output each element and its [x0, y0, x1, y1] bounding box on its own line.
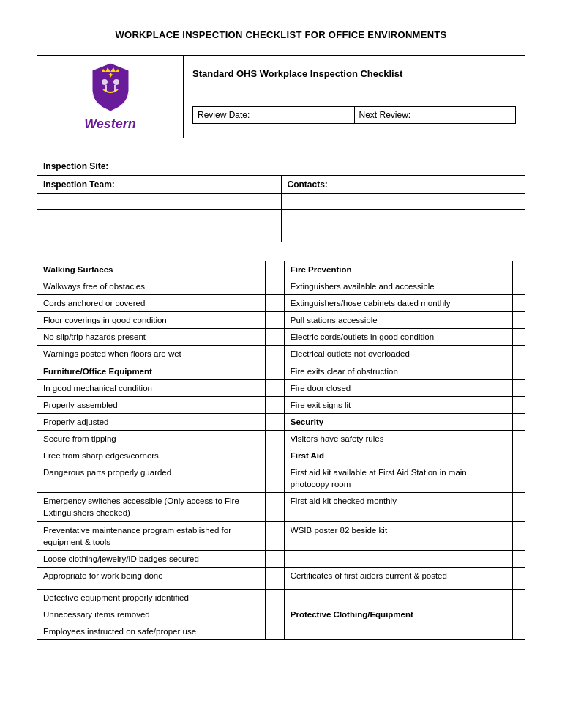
check-cell — [512, 278, 525, 295]
item-cell: First aid kit available at First Aid Sta… — [284, 464, 512, 493]
check-cell — [512, 521, 525, 550]
item-cell — [284, 584, 512, 589]
check-cell — [512, 329, 525, 346]
check-cell — [265, 430, 284, 447]
item-cell: Cords anchored or covered — [37, 295, 266, 312]
team-row-1-right — [281, 194, 525, 210]
check-cell — [265, 584, 284, 589]
table-row: Employees instructed on safe/proper use — [37, 623, 525, 640]
item-cell: Fire exit signs lit — [284, 396, 512, 413]
check-cell — [265, 396, 284, 413]
item-cell: Secure from tipping — [37, 430, 266, 447]
item-cell: Free from sharp edges/corners — [37, 447, 266, 464]
table-row: Defective equipment properly identified — [37, 589, 525, 606]
table-row: Appropriate for work being done Certific… — [37, 567, 525, 584]
table-row: Furniture/Office Equipment Fire exits cl… — [37, 363, 525, 379]
table-row: Walkways free of obstacles Extinguishers… — [37, 278, 525, 295]
check-cell — [512, 363, 525, 379]
checklist-title: Standard OHS Workplace Inspection Checkl… — [184, 56, 525, 92]
protective-clothing-header: Protective Clothing/Equipment — [284, 606, 512, 623]
table-row: Loose clothing/jewelry/ID badges secured — [37, 550, 525, 567]
table-row: Dangerous parts properly guarded First a… — [37, 464, 525, 493]
check-cell — [512, 550, 525, 567]
item-cell: Defective equipment properly identified — [37, 589, 266, 606]
table-row: Warnings posted when floors are wet Elec… — [37, 346, 525, 363]
item-cell: Certificates of first aiders current & p… — [284, 567, 512, 584]
table-row — [37, 584, 525, 589]
svg-point-1 — [113, 79, 119, 85]
item-cell — [284, 589, 512, 606]
check-cell — [512, 430, 525, 447]
walking-surfaces-header: Walking Surfaces — [37, 261, 266, 278]
table-row: Secure from tipping Visitors have safety… — [37, 430, 525, 447]
header-table: ✦ Western Standard OHS Workplace Inspect… — [37, 55, 525, 138]
review-date-row: Review Date: Next Review: — [184, 92, 525, 138]
table-row: No slip/trip hazards present Electric co… — [37, 329, 525, 346]
check-cell — [265, 589, 284, 606]
item-cell: Fire exits clear of obstruction — [284, 363, 512, 379]
table-row: Properly assembled Fire exit signs lit — [37, 396, 525, 413]
check-cell — [512, 396, 525, 413]
item-cell — [37, 584, 266, 589]
check-cell — [512, 589, 525, 606]
check-cell — [265, 413, 284, 430]
item-cell: Fire door closed — [284, 379, 512, 396]
first-aid-header: First Aid — [284, 447, 512, 464]
check-cell — [265, 379, 284, 396]
next-review-label: Next Review: — [354, 106, 516, 123]
logo-icon: ✦ — [89, 62, 132, 113]
item-cell: Properly adjusted — [37, 413, 266, 430]
item-cell: Preventative maintenance program establi… — [37, 521, 266, 550]
check-cell — [265, 447, 284, 464]
item-cell: In good mechanical condition — [37, 379, 266, 396]
check-cell — [265, 521, 284, 550]
logo-cell: ✦ Western — [37, 56, 184, 138]
table-row: Walking Surfaces Fire Prevention — [37, 261, 525, 278]
table-row: Floor coverings in good condition Pull s… — [37, 312, 525, 329]
check-cell — [265, 550, 284, 567]
check-cell — [512, 584, 525, 589]
item-cell: Extinguishers available and accessible — [284, 278, 512, 295]
check-cell — [265, 261, 284, 278]
item-cell: Walkways free of obstacles — [37, 278, 266, 295]
check-cell — [512, 623, 525, 640]
item-cell: Warnings posted when floors are wet — [37, 346, 266, 363]
table-row: Emergency switches accessible (Only acce… — [37, 493, 525, 521]
item-cell: First aid kit checked monthly — [284, 493, 512, 521]
item-cell: Floor coverings in good condition — [37, 312, 266, 329]
check-cell — [512, 379, 525, 396]
check-cell — [512, 346, 525, 363]
check-cell — [512, 493, 525, 521]
check-cell — [265, 329, 284, 346]
item-cell: Extinguishers/hose cabinets dated monthl… — [284, 295, 512, 312]
check-cell — [265, 346, 284, 363]
svg-point-0 — [102, 79, 108, 85]
table-row: Preventative maintenance program establi… — [37, 521, 525, 550]
svg-text:✦: ✦ — [108, 71, 114, 79]
check-cell — [512, 413, 525, 430]
item-cell: WSIB poster 82 beside kit — [284, 521, 512, 550]
check-cell — [265, 493, 284, 521]
check-cell — [512, 567, 525, 584]
table-row: Unnecessary items removed Protective Clo… — [37, 606, 525, 623]
item-cell: No slip/trip hazards present — [37, 329, 266, 346]
item-cell: Employees instructed on safe/proper use — [37, 623, 266, 640]
item-cell: Dangerous parts properly guarded — [37, 464, 266, 493]
inspection-site-label: Inspection Site: — [37, 157, 525, 176]
item-cell: Properly assembled — [37, 396, 266, 413]
item-cell: Appropriate for work being done — [37, 567, 266, 584]
check-cell — [265, 567, 284, 584]
check-cell — [265, 278, 284, 295]
review-date-label: Review Date: — [193, 106, 355, 123]
check-cell — [512, 464, 525, 493]
contacts-label: Contacts: — [281, 176, 525, 194]
table-row: Properly adjusted Security — [37, 413, 525, 430]
furniture-header: Furniture/Office Equipment — [37, 363, 266, 379]
team-row-3-right — [281, 226, 525, 242]
checklist-table: Walking Surfaces Fire Prevention Walkway… — [37, 261, 525, 640]
check-cell — [265, 623, 284, 640]
check-cell — [265, 363, 284, 379]
item-cell: Unnecessary items removed — [37, 606, 266, 623]
check-cell — [265, 295, 284, 312]
team-row-2-right — [281, 210, 525, 226]
